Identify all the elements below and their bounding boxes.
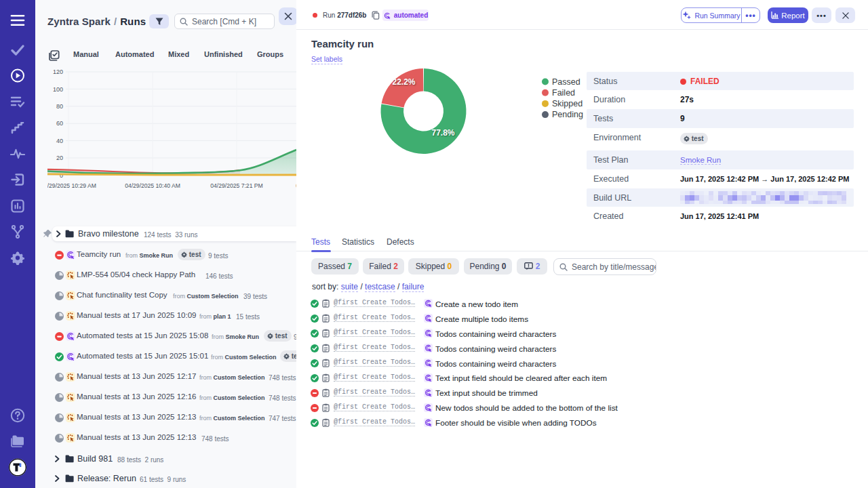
svg-text:04/29/2025 10:40 AM: 04/29/2025 10:40 AM bbox=[125, 182, 180, 189]
svg-text:60: 60 bbox=[56, 120, 63, 127]
svg-text:04/29/2025 7:21 PM: 04/29/2025 7:21 PM bbox=[210, 182, 262, 189]
svg-text:100: 100 bbox=[53, 86, 63, 93]
svg-text:Failed: Failed bbox=[552, 88, 575, 98]
svg-text:Passed: Passed bbox=[552, 77, 580, 87]
svg-text:04/29/2025 10:29 AM: 04/29/2025 10:29 AM bbox=[41, 182, 96, 189]
svg-text:Pending: Pending bbox=[552, 110, 583, 119]
svg-text:40: 40 bbox=[56, 138, 63, 144]
svg-text:22.2%: 22.2% bbox=[392, 77, 415, 87]
svg-text:80: 80 bbox=[56, 103, 63, 110]
svg-text:120: 120 bbox=[53, 68, 63, 75]
svg-text:77.8%: 77.8% bbox=[431, 128, 454, 138]
svg-text:Skipped: Skipped bbox=[552, 99, 583, 108]
svg-text:20: 20 bbox=[56, 155, 63, 161]
